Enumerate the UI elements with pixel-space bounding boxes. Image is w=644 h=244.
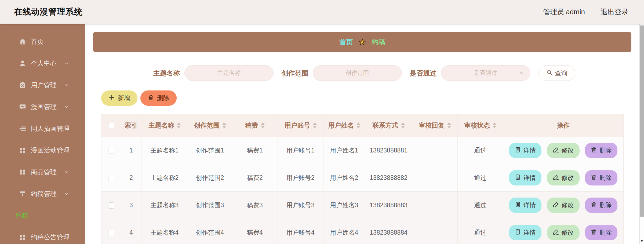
grid-icon <box>19 147 26 154</box>
cell-topic: 主题名称3 <box>141 192 188 219</box>
sidebar-subitem-commission-active[interactable]: 约稿 <box>0 205 85 226</box>
topic-name-label: 主题名称 <box>153 69 180 78</box>
sidebar-item-personal-center[interactable]: 个人中心 <box>0 52 85 74</box>
pass-status-select[interactable]: 是否通过 <box>441 65 530 81</box>
row-checkbox[interactable] <box>108 202 114 209</box>
sort-carets-icon[interactable] <box>313 122 317 128</box>
user-icon <box>19 60 26 67</box>
select-all-header[interactable] <box>101 114 121 137</box>
sidebar-item-label: 漫画管理 <box>31 103 57 111</box>
cell-status: 通过 <box>458 164 503 192</box>
cell-scope: 创作范围1 <box>188 137 232 164</box>
main-content: 首页 ★ 约稿 主题名称 创作范围 是否通过 是否通过 查询 新增 <box>85 24 639 244</box>
cell-index: 1 <box>121 137 141 164</box>
breadcrumb-home-link[interactable]: 首页 <box>339 38 353 46</box>
trash-icon <box>591 174 597 182</box>
sidebar-item-label: 用户管理 <box>31 81 57 89</box>
sidebar-item-user-management[interactable]: 用户管理 <box>0 74 85 96</box>
query-button[interactable]: 查询 <box>538 65 575 81</box>
row-checkbox[interactable] <box>108 175 114 181</box>
chat-bubble-icon <box>19 103 26 111</box>
select-all-checkbox[interactable] <box>108 123 114 129</box>
cell-status: 通过 <box>458 137 503 164</box>
delete-button[interactable]: 删除 <box>585 198 617 213</box>
creation-scope-input[interactable] <box>313 65 402 81</box>
detail-button[interactable]: 详情 <box>509 198 541 213</box>
cell-index: 2 <box>121 164 141 192</box>
topic-name-input[interactable] <box>184 65 274 81</box>
home-icon <box>19 38 26 45</box>
sidebar-item-product-management[interactable]: 商品管理 <box>0 161 85 183</box>
cell-account: 用户账号1 <box>278 137 323 164</box>
sort-carets-icon[interactable] <box>401 122 405 128</box>
add-button[interactable]: 新增 <box>101 90 137 106</box>
header-review-status[interactable]: 审核状态 <box>458 114 503 137</box>
detail-button[interactable]: 详情 <box>509 225 541 240</box>
chevron-down-icon <box>64 234 70 240</box>
scrollbar-down-arrow-icon[interactable] <box>640 240 643 242</box>
batch-delete-button[interactable]: 删除 <box>140 90 177 106</box>
cell-name: 用户姓名4 <box>323 219 365 244</box>
sidebar: 首页 个人中心 用户管理 漫画管理 同人插画管理 <box>0 24 85 244</box>
cell-index: 4 <box>121 219 141 244</box>
sort-carets-icon[interactable] <box>493 122 496 128</box>
row-checkbox[interactable] <box>108 230 114 236</box>
delete-button[interactable]: 删除 <box>585 225 617 240</box>
document-icon <box>515 201 521 209</box>
header-user-name[interactable]: 用户姓名 <box>323 114 365 137</box>
header-user-account[interactable]: 用户账号 <box>278 114 323 137</box>
sidebar-item-comic-management[interactable]: 漫画管理 <box>0 96 85 118</box>
cell-account: 用户账号3 <box>278 192 323 219</box>
sort-carets-icon[interactable] <box>356 122 360 128</box>
delete-button[interactable]: 删除 <box>585 143 617 158</box>
sort-carets-icon[interactable] <box>177 122 181 128</box>
cell-operations: 详情 修改 删除 <box>503 137 624 164</box>
header-index: 索引 <box>121 114 141 137</box>
chevron-down-icon <box>64 60 70 66</box>
edit-button[interactable]: 修改 <box>547 198 580 213</box>
edit-button[interactable]: 修改 <box>547 143 580 158</box>
header-topic-name[interactable]: 主题名称 <box>141 114 188 137</box>
grid-icon <box>19 234 26 241</box>
edit-button[interactable]: 修改 <box>547 170 580 185</box>
cell-name: 用户姓名3 <box>323 192 365 219</box>
row-checkbox[interactable] <box>108 148 114 154</box>
sidebar-item-home[interactable]: 首页 <box>0 31 85 52</box>
delete-button[interactable]: 删除 <box>585 170 617 185</box>
detail-button[interactable]: 详情 <box>509 143 541 158</box>
breadcrumb: 首页 ★ 约稿 <box>93 32 631 52</box>
sort-carets-icon[interactable] <box>447 122 451 128</box>
sidebar-item-comic-activity-management[interactable]: 漫画活动管理 <box>0 139 85 161</box>
header-creation-scope[interactable]: 创作范围 <box>188 114 232 137</box>
cell-reply <box>412 137 458 164</box>
current-user[interactable]: 管理员 admin <box>543 7 585 17</box>
cell-operations: 详情 修改 删除 <box>503 164 624 192</box>
cell-fee: 稿费3 <box>232 192 278 219</box>
cell-phone: 13823888884 <box>365 219 412 244</box>
logout-button[interactable]: 退出登录 <box>601 7 628 17</box>
plus-icon <box>108 94 115 102</box>
pen-icon <box>553 174 559 182</box>
chevron-down-icon <box>64 191 70 197</box>
search-icon <box>546 69 552 77</box>
sidebar-item-commission-notice-management[interactable]: 约稿公告管理 <box>0 226 85 244</box>
header-contact[interactable]: 联系方式 <box>365 114 412 137</box>
edit-button[interactable]: 修改 <box>547 225 580 240</box>
cell-account: 用户账号2 <box>278 164 323 192</box>
detail-button[interactable]: 详情 <box>509 170 541 185</box>
cell-scope: 创作范围2 <box>188 164 232 192</box>
query-button-label: 查询 <box>555 69 567 77</box>
cell-fee: 稿费2 <box>232 164 278 192</box>
sidebar-item-commission-management[interactable]: 约稿管理 <box>0 183 85 205</box>
sidebar-item-fan-illustration-management[interactable]: 同人插画管理 <box>0 118 85 139</box>
cell-reply <box>412 164 458 192</box>
sort-carets-icon[interactable] <box>222 122 226 128</box>
cell-phone: 13823888882 <box>365 164 412 192</box>
pen-icon <box>553 229 559 237</box>
header-review-reply[interactable]: 审核回复 <box>412 114 458 137</box>
vertical-scrollbar[interactable] <box>639 24 644 244</box>
sort-carets-icon[interactable] <box>261 122 265 128</box>
header-operations: 操作 <box>503 114 624 137</box>
scrollbar-thumb[interactable] <box>640 26 644 217</box>
header-fee[interactable]: 稿费 <box>232 114 278 137</box>
